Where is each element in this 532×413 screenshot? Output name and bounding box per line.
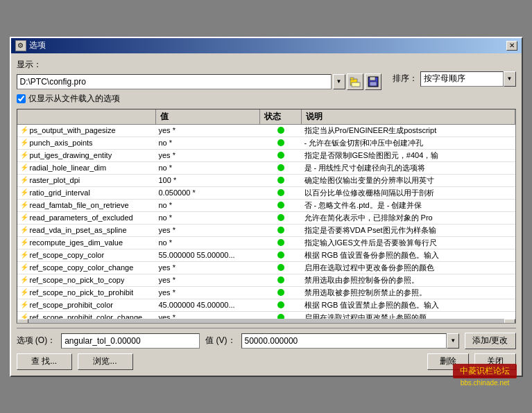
scroll-right-button[interactable]: ► — [504, 319, 515, 324]
status-dot — [277, 301, 284, 308]
status-dot — [277, 127, 284, 134]
sort-input[interactable] — [420, 71, 504, 87]
cell-value: no * — [156, 163, 260, 173]
title-bar-left: ⚙ 选项 — [15, 39, 46, 51]
cell-value: yes * — [156, 225, 260, 235]
option-input[interactable] — [61, 333, 200, 349]
search-button[interactable]: 查 找... — [17, 353, 72, 370]
add-change-button[interactable]: 添加/更改 — [465, 333, 515, 349]
table-row[interactable]: ⚡ratio_grid_interval0.050000 *以百分比单位修改栅格… — [17, 187, 515, 200]
table-row[interactable]: ⚡ps_output_with_pagesizeyes *指定当从Pro/ENG… — [17, 125, 515, 137]
svg-rect-4 — [370, 77, 375, 80]
sort-dropdown-button[interactable]: ▼ — [504, 71, 516, 87]
field-row: 选项 (O)： 值 (V)： ▼ 添加/更改 — [17, 333, 516, 349]
display-label: 显示： — [17, 59, 42, 71]
lightning-icon: ⚡ — [20, 201, 28, 209]
svg-rect-2 — [352, 82, 360, 87]
lightning-icon: ⚡ — [20, 176, 28, 184]
close-x-button[interactable]: ✕ — [506, 41, 517, 51]
bottom-section: 选项 (O)： 值 (V)： ▼ 添加/更改 查 找... 浏览... 删除 关… — [17, 328, 516, 370]
cell-name: ⚡read_parameters_of_excluded — [17, 213, 156, 222]
table-row[interactable]: ⚡ref_scope_copy_color_changeyes *启用在选取过程… — [17, 262, 515, 274]
cell-desc: 根据 RGB 值设置备份参照的颜色。输入 — [302, 249, 515, 261]
browse-button[interactable]: 浏览... — [78, 353, 133, 370]
table-row[interactable]: ⚡ref_scope_copy_color55.000000 55.00000.… — [17, 249, 515, 262]
cell-value: 45.000000 45.00000... — [156, 300, 260, 310]
cell-status — [260, 213, 302, 222]
cell-status — [260, 164, 302, 172]
cell-status — [260, 176, 302, 184]
cell-status — [260, 226, 302, 234]
title-bar: ⚙ 选项 ✕ — [11, 38, 522, 53]
table-row[interactable]: ⚡ref_scope_prohibit_color45.000000 45.00… — [17, 299, 515, 312]
cell-name: ⚡read_famtab_file_on_retrieve — [17, 200, 156, 210]
table-row[interactable]: ⚡raster_plot_dpi100 *确定绘图仪输出变量的分辨率以用英寸 — [17, 175, 515, 187]
option-label: 选项 (O)： — [17, 335, 56, 346]
cell-value: no * — [156, 138, 260, 148]
table-row[interactable]: ⚡ref_scope_prohibit_color_changeyes *启用在… — [17, 312, 515, 319]
table-row[interactable]: ⚡read_parameters_of_excludedno *允许在简化表示中… — [17, 212, 515, 225]
checkbox-row: 仅显示从文件载入的选项 — [17, 93, 516, 105]
lightning-icon: ⚡ — [20, 213, 28, 222]
search-row: 查 找... 浏览... 删除 关闭 — [17, 353, 516, 370]
cell-status — [260, 188, 302, 197]
status-dot — [277, 264, 284, 271]
table-header: 值 状态 说明 — [17, 109, 515, 125]
value-dropdown-button[interactable]: ▼ — [447, 333, 459, 349]
table-row[interactable]: ⚡ref_scope_no_pick_to_prohibityes *禁用选取被… — [17, 287, 515, 299]
th-value: 值 — [156, 109, 260, 124]
status-dot — [277, 276, 284, 283]
cell-value: yes * — [156, 125, 260, 135]
cell-desc: 否 - 忽略文件名.ptd。是 - 创建并保 — [302, 200, 515, 211]
options-table: 值 状态 说明 ⚡ps_output_with_pagesizeyes *指定当… — [17, 109, 516, 324]
cell-desc: - 允许在钣金切割和冲压中创建冲孔 — [302, 137, 515, 149]
dialog-window: ⚙ 选项 ✕ 显示： ▼ — [10, 37, 523, 377]
status-dot — [277, 202, 284, 209]
table-row[interactable]: ⚡ref_scope_no_pick_to_copyyes *禁用选取由参照控制… — [17, 274, 515, 287]
cell-name: ⚡ref_scope_copy_color — [17, 250, 156, 260]
value-input[interactable] — [241, 333, 447, 349]
cell-name: ⚡punch_axis_points — [17, 138, 156, 148]
status-dot — [277, 189, 284, 196]
path-input[interactable] — [17, 74, 332, 89]
path-dropdown-button[interactable]: ▼ — [333, 74, 345, 89]
horizontal-scrollbar[interactable]: ◄ ► — [17, 319, 515, 324]
svg-rect-1 — [350, 78, 354, 80]
save-file-button[interactable] — [365, 73, 381, 90]
cell-desc: 指定输入IGES文件后是否要验算每行尺 — [302, 237, 515, 249]
svg-rect-5 — [370, 82, 377, 86]
table-row[interactable]: ⚡read_vda_in_pset_as_splineyes *指定是否要将VD… — [17, 225, 515, 237]
table-row[interactable]: ⚡punch_axis_pointsno *- 允许在钣金切割和冲压中创建冲孔 — [17, 137, 515, 150]
cell-status — [260, 313, 302, 319]
dialog-icon: ⚙ — [15, 40, 26, 51]
table-row[interactable]: ⚡read_famtab_file_on_retrieveno *否 - 忽略文… — [17, 200, 515, 212]
lightning-icon: ⚡ — [20, 164, 28, 172]
cell-name: ⚡radial_hole_linear_dim — [17, 163, 156, 173]
cell-value: yes * — [156, 263, 260, 272]
table-row[interactable]: ⚡radial_hole_linear_dimno *是 - 用线性尺寸创建径向… — [17, 162, 515, 175]
scroll-left-button[interactable]: ◄ — [17, 319, 28, 324]
scroll-track[interactable] — [28, 319, 504, 324]
th-name — [17, 109, 156, 124]
cell-desc: 指定是否要将VDA Pset图元作为样条输 — [302, 225, 515, 236]
cell-name: ⚡ref_scope_copy_color_change — [17, 263, 156, 272]
cell-status — [260, 151, 302, 159]
cell-desc: 指定是否限制IGES绘图图元，#404，输 — [302, 150, 515, 161]
cell-status — [260, 238, 302, 247]
cell-name: ⚡ps_output_with_pagesize — [17, 125, 156, 135]
show-file-options-checkbox[interactable] — [17, 94, 26, 103]
open-file-button[interactable] — [347, 73, 363, 90]
cell-value: yes * — [156, 150, 260, 160]
cell-status — [260, 251, 302, 259]
lightning-icon: ⚡ — [20, 263, 28, 272]
status-dot — [277, 252, 284, 258]
table-body[interactable]: ⚡ps_output_with_pagesizeyes *指定当从Pro/ENG… — [17, 125, 515, 319]
sort-label: 排序： — [393, 73, 418, 85]
dialog-title: 选项 — [29, 39, 46, 51]
cell-name: ⚡ref_scope_no_pick_to_copy — [17, 275, 156, 285]
lightning-icon: ⚡ — [20, 151, 28, 159]
watermark-line2: bbs.chinade.net — [461, 379, 510, 387]
table-row[interactable]: ⚡recompute_iges_dim_valueno *指定输入IGES文件后… — [17, 237, 515, 249]
table-row[interactable]: ⚡put_iges_drawing_entityyes *指定是否限制IGES绘… — [17, 150, 515, 162]
cell-value: no * — [156, 238, 260, 247]
